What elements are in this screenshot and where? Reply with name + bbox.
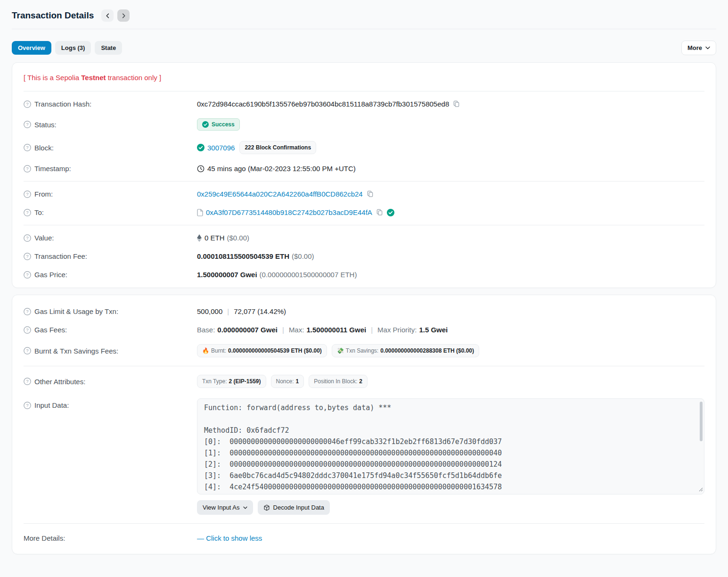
position-in-block-badge: Position In Block: 2 bbox=[309, 375, 368, 388]
chevron-right-icon bbox=[121, 13, 126, 18]
txn-savings-badge: 💸 Txn Savings: 0.000000000000288308 ETH … bbox=[332, 344, 479, 357]
block-number-link[interactable]: 3007096 bbox=[207, 144, 235, 152]
help-icon[interactable]: ? bbox=[24, 378, 31, 385]
help-icon[interactable]: ? bbox=[24, 326, 31, 334]
copy-icon bbox=[367, 190, 374, 198]
input-data-actions: View Input As Decode Input Data bbox=[197, 500, 704, 515]
help-icon[interactable]: ? bbox=[24, 308, 31, 315]
show-less-link[interactable]: — Click to show less bbox=[197, 534, 262, 542]
timestamp-value: 45 mins ago (Mar-02-2023 12:55:00 PM +UT… bbox=[207, 165, 356, 173]
overview-card: [ This is a Sepolia Testnet transaction … bbox=[12, 62, 716, 288]
from-row: ? From: 0x259c49E65644a020C2A642260a4ffB… bbox=[24, 185, 704, 203]
svg-text:?: ? bbox=[26, 379, 28, 384]
value-amount: 0 ETH bbox=[204, 234, 225, 242]
clock-icon bbox=[197, 165, 204, 173]
to-row: ? To: 0xA3f07D6773514480b918C2742b027b3a… bbox=[24, 203, 704, 222]
help-icon[interactable]: ? bbox=[24, 402, 31, 409]
status-badge: Success bbox=[197, 118, 240, 131]
base-fee-label: Base: bbox=[197, 326, 215, 334]
to-address-link[interactable]: 0xA3f07D6773514480b918C2742b027b3acD9E44… bbox=[206, 208, 372, 216]
page-header: Transaction Details bbox=[12, 0, 716, 22]
gas-price-eth: (0.000000001500000007 ETH) bbox=[260, 271, 357, 279]
help-icon[interactable]: ? bbox=[24, 144, 31, 151]
svg-text:?: ? bbox=[26, 272, 28, 277]
check-circle-icon bbox=[197, 144, 204, 151]
svg-text:?: ? bbox=[26, 403, 28, 408]
resize-handle-icon[interactable] bbox=[699, 485, 703, 493]
gas-limit-label: Gas Limit & Usage by Txn: bbox=[34, 307, 118, 315]
status-row: ? Status: Success bbox=[24, 113, 704, 136]
help-icon[interactable]: ? bbox=[24, 234, 31, 242]
help-icon[interactable]: ? bbox=[24, 253, 31, 260]
txn-type-badge: Txn Type: 2 (EIP-1559) bbox=[197, 375, 266, 388]
svg-text:?: ? bbox=[26, 309, 28, 314]
burnt-fee-badge: 🔥 Burnt: 0.000000000000504539 ETH ($0.00… bbox=[197, 344, 327, 357]
chevron-down-icon bbox=[705, 46, 710, 49]
gas-price-label: Gas Price: bbox=[34, 271, 67, 279]
transaction-fee-label: Transaction Fee: bbox=[34, 252, 87, 260]
input-data-content: Function: forward(address to,bytes data)… bbox=[204, 402, 697, 495]
help-icon[interactable]: ? bbox=[24, 271, 31, 279]
input-data-label: Input Data: bbox=[34, 401, 69, 409]
more-details-row: More Details: — Click to show less bbox=[24, 527, 704, 550]
copy-icon bbox=[376, 209, 383, 216]
input-data-textarea[interactable]: Function: forward(address to,bytes data)… bbox=[197, 398, 704, 495]
previous-transaction-button[interactable] bbox=[101, 9, 114, 22]
divider bbox=[24, 225, 704, 225]
svg-text:?: ? bbox=[26, 191, 28, 197]
copy-to-address-button[interactable] bbox=[376, 209, 383, 216]
base-fee-value: 0.000000007 Gwei bbox=[217, 326, 278, 334]
max-fee-label: Max: bbox=[289, 326, 304, 334]
help-icon[interactable]: ? bbox=[24, 100, 31, 108]
help-icon[interactable]: ? bbox=[24, 121, 31, 128]
from-address-link[interactable]: 0x259c49E65644a020C2A642260a4ffB0CD862cb… bbox=[197, 190, 363, 198]
svg-text:?: ? bbox=[26, 166, 28, 171]
separator: | bbox=[282, 326, 284, 334]
value-row: ? Value: 0 ETH ($0.00) bbox=[24, 229, 704, 247]
transaction-hash-label: Transaction Hash: bbox=[34, 100, 91, 108]
tab-overview[interactable]: Overview bbox=[12, 41, 51, 55]
gas-limit-value: 500,000 bbox=[197, 307, 222, 315]
next-transaction-button[interactable] bbox=[117, 9, 130, 22]
divider bbox=[24, 91, 704, 91]
transaction-hash-value: 0xc72d984ccac6190b5f135576eb97b03604bc81… bbox=[197, 100, 449, 108]
svg-text:?: ? bbox=[26, 348, 28, 353]
money-with-wings-icon: 💸 bbox=[337, 347, 344, 354]
copy-from-address-button[interactable] bbox=[367, 190, 374, 198]
more-details-label: More Details: bbox=[24, 534, 65, 542]
max-priority-fee-value: 1.5 Gwei bbox=[419, 326, 448, 334]
svg-text:?: ? bbox=[26, 327, 28, 332]
input-data-scrollbar[interactable] bbox=[700, 402, 703, 441]
from-label: From: bbox=[34, 190, 53, 198]
svg-text:?: ? bbox=[26, 235, 28, 240]
svg-text:?: ? bbox=[26, 101, 28, 107]
other-attributes-row: ? Other Attributes: Txn Type: 2 (EIP-155… bbox=[24, 370, 704, 393]
copy-transaction-hash-button[interactable] bbox=[453, 100, 460, 107]
svg-text:?: ? bbox=[26, 210, 28, 215]
testnet-notice: [ This is a Sepolia Testnet transaction … bbox=[24, 66, 704, 88]
view-input-as-button[interactable]: View Input As bbox=[197, 500, 253, 515]
details-card: ? Gas Limit & Usage by Txn: 500,000 | 72… bbox=[12, 295, 716, 554]
tab-logs[interactable]: Logs (3) bbox=[55, 41, 91, 55]
gas-price-row: ? Gas Price: 1.500000007 Gwei (0.0000000… bbox=[24, 265, 704, 284]
timestamp-row: ? Timestamp: 45 mins ago (Mar-02-2023 12… bbox=[24, 159, 704, 178]
value-label: Value: bbox=[34, 234, 54, 242]
gas-price-amount: 1.500000007 Gwei bbox=[197, 271, 257, 279]
more-dropdown-button[interactable]: More bbox=[681, 41, 716, 55]
status-label: Status: bbox=[34, 121, 57, 129]
help-icon[interactable]: ? bbox=[24, 347, 31, 354]
copy-icon bbox=[453, 100, 460, 107]
divider bbox=[24, 181, 704, 181]
max-fee-value: 1.500000011 Gwei bbox=[306, 326, 366, 334]
tab-state[interactable]: State bbox=[95, 41, 122, 55]
nonce-badge: Nonce: 1 bbox=[271, 375, 304, 388]
help-icon[interactable]: ? bbox=[24, 165, 31, 173]
help-icon[interactable]: ? bbox=[24, 209, 31, 216]
other-attributes-label: Other Attributes: bbox=[34, 378, 85, 386]
gas-fees-label: Gas Fees: bbox=[34, 326, 67, 334]
help-icon[interactable]: ? bbox=[24, 190, 31, 198]
divider bbox=[24, 366, 704, 366]
ethereum-icon bbox=[197, 234, 202, 242]
check-circle-icon bbox=[202, 121, 209, 128]
decode-input-data-button[interactable]: Decode Input Data bbox=[258, 500, 330, 515]
